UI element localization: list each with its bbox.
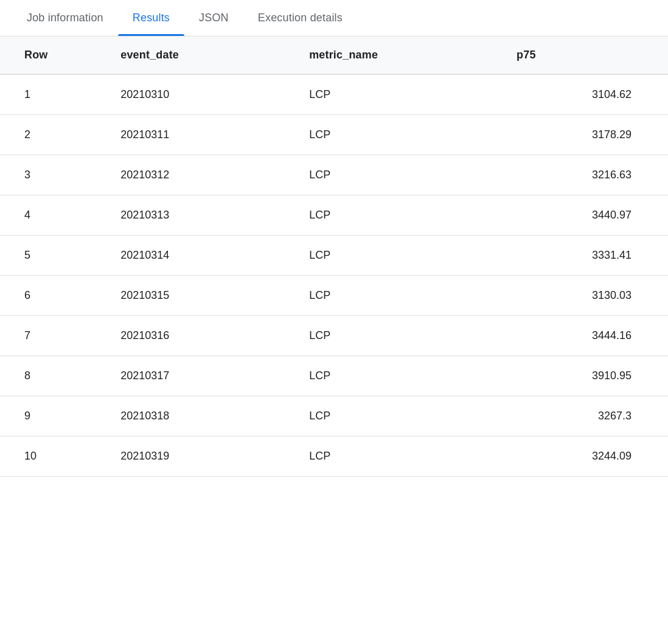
column-header-p75: p75: [498, 37, 668, 74]
table-row: 220210311LCP3178.29: [0, 115, 668, 155]
cell-row: 1: [0, 74, 102, 115]
table-row: 120210310LCP3104.62: [0, 74, 668, 115]
table-row: 720210316LCP3444.16: [0, 316, 668, 356]
cell-p75: 3244.09: [498, 436, 668, 477]
cell-event_date: 20210313: [102, 195, 291, 236]
cell-metric_name: LCP: [291, 74, 498, 115]
tabs-container: Job informationResultsJSONExecution deta…: [0, 0, 668, 37]
table-row: 520210314LCP3331.41: [0, 236, 668, 276]
cell-metric_name: LCP: [291, 276, 498, 316]
column-header-row: Row: [0, 37, 102, 74]
cell-p75: 3440.97: [498, 195, 668, 236]
cell-metric_name: LCP: [291, 316, 498, 356]
cell-event_date: 20210312: [102, 155, 291, 195]
table-row: 920210318LCP3267.3: [0, 396, 668, 436]
cell-p75: 3267.3: [498, 396, 668, 436]
cell-row: 5: [0, 236, 102, 276]
cell-event_date: 20210316: [102, 316, 291, 356]
cell-metric_name: LCP: [291, 356, 498, 396]
cell-row: 2: [0, 115, 102, 155]
cell-metric_name: LCP: [291, 436, 498, 477]
cell-p75: 3444.16: [498, 316, 668, 356]
cell-event_date: 20210317: [102, 356, 291, 396]
column-header-metric_name: metric_name: [291, 37, 498, 74]
cell-event_date: 20210314: [102, 236, 291, 276]
tab-json[interactable]: JSON: [184, 0, 243, 36]
cell-row: 3: [0, 155, 102, 195]
cell-p75: 3130.03: [498, 276, 668, 316]
tab-execution-details[interactable]: Execution details: [243, 0, 357, 36]
cell-metric_name: LCP: [291, 236, 498, 276]
table-row: 620210315LCP3130.03: [0, 276, 668, 316]
cell-p75: 3178.29: [498, 115, 668, 155]
cell-metric_name: LCP: [291, 195, 498, 236]
cell-metric_name: LCP: [291, 155, 498, 195]
cell-p75: 3216.63: [498, 155, 668, 195]
cell-event_date: 20210315: [102, 276, 291, 316]
tab-results[interactable]: Results: [118, 0, 184, 36]
column-header-event_date: event_date: [102, 37, 291, 74]
tab-job-information[interactable]: Job information: [12, 0, 118, 36]
cell-p75: 3104.62: [498, 74, 668, 115]
results-table: Rowevent_datemetric_namep75 120210310LCP…: [0, 37, 668, 477]
cell-row: 4: [0, 195, 102, 236]
table-row: 320210312LCP3216.63: [0, 155, 668, 195]
cell-event_date: 20210318: [102, 396, 291, 436]
cell-metric_name: LCP: [291, 115, 498, 155]
cell-row: 6: [0, 276, 102, 316]
table-row: 1020210319LCP3244.09: [0, 436, 668, 477]
cell-row: 10: [0, 436, 102, 477]
cell-row: 7: [0, 316, 102, 356]
cell-event_date: 20210319: [102, 436, 291, 477]
cell-row: 9: [0, 396, 102, 436]
cell-metric_name: LCP: [291, 396, 498, 436]
cell-event_date: 20210311: [102, 115, 291, 155]
cell-event_date: 20210310: [102, 74, 291, 115]
cell-p75: 3910.95: [498, 356, 668, 396]
cell-p75: 3331.41: [498, 236, 668, 276]
results-table-container: Rowevent_datemetric_namep75 120210310LCP…: [0, 37, 668, 477]
cell-row: 8: [0, 356, 102, 396]
table-row: 820210317LCP3910.95: [0, 356, 668, 396]
table-row: 420210313LCP3440.97: [0, 195, 668, 236]
